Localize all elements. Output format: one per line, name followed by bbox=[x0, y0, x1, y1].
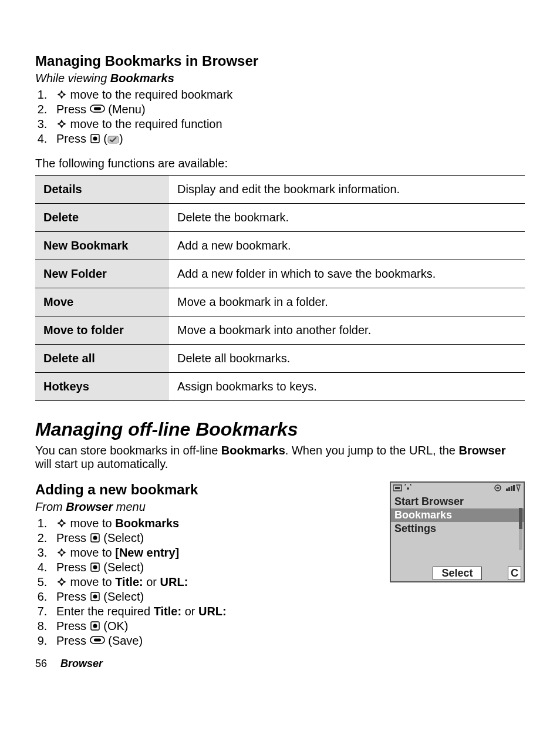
softkey-select: Select bbox=[433, 567, 481, 580]
svg-rect-13 bbox=[513, 485, 515, 491]
svg-rect-10 bbox=[506, 489, 508, 491]
text-bold: Bookmarks bbox=[110, 72, 174, 85]
function-desc: Delete all bookmarks. bbox=[169, 345, 525, 373]
step: Enter the required Title: or URL: bbox=[50, 604, 372, 619]
function-name: New Folder bbox=[35, 260, 169, 288]
nav-icon bbox=[56, 518, 67, 528]
center-key-icon bbox=[90, 591, 100, 602]
phone-menu-item: Bookmarks bbox=[391, 508, 524, 522]
step: Press (Select) bbox=[50, 560, 372, 575]
softkey-bar: Select C bbox=[391, 565, 524, 581]
text: Press bbox=[56, 561, 90, 574]
step: Press (Save) bbox=[50, 634, 372, 648]
text-bold: Title: bbox=[154, 605, 181, 618]
functions-table: DetailsDisplay and edit the bookmark inf… bbox=[35, 175, 525, 401]
text-bold: Browser bbox=[66, 500, 113, 513]
center-key-icon bbox=[90, 621, 100, 631]
step: move to Title: or URL: bbox=[50, 575, 372, 589]
footer-section: Browser bbox=[60, 658, 103, 669]
function-desc: Move a bookmark in a folder. bbox=[169, 288, 525, 316]
page-number: 56 bbox=[35, 658, 47, 669]
status-bar bbox=[391, 483, 524, 495]
function-name: Delete bbox=[35, 204, 169, 232]
subhead-from-browser-menu: From Browser menu bbox=[35, 500, 372, 514]
center-key-icon bbox=[90, 133, 100, 144]
table-row: Delete allDelete all bookmarks. bbox=[35, 345, 525, 373]
heading-managing-bookmarks-in-browser: Managing Bookmarks in Browser bbox=[35, 53, 525, 69]
check-icon bbox=[107, 136, 119, 144]
text: or bbox=[143, 575, 160, 588]
svg-rect-11 bbox=[508, 487, 510, 491]
text-bold: Bookmarks bbox=[221, 444, 285, 457]
text: move to the required function bbox=[67, 117, 222, 130]
function-desc: Add a new folder in which to save the bo… bbox=[169, 260, 525, 288]
text: While viewing bbox=[35, 72, 110, 85]
phone-menu-item: Settings bbox=[391, 522, 524, 535]
text: move to bbox=[67, 517, 115, 530]
offline-bookmarks-para: You can store bookmarks in off-line Book… bbox=[35, 444, 525, 471]
nav-icon bbox=[56, 119, 67, 129]
function-desc: Move a bookmark into another folder. bbox=[169, 316, 525, 345]
text-bold: URL: bbox=[198, 605, 227, 618]
nav-icon bbox=[56, 89, 67, 100]
steps-list-2: move to BookmarksPress (Select) move to … bbox=[35, 516, 372, 648]
function-desc: Add a new bookmark. bbox=[169, 232, 525, 260]
table-row: HotkeysAssign bookmarks to keys. bbox=[35, 373, 525, 401]
function-name: Move to folder bbox=[35, 316, 169, 345]
menu-key-icon bbox=[90, 103, 105, 114]
center-key-icon bbox=[90, 562, 100, 572]
text: (Save) bbox=[105, 634, 143, 647]
text: (Select) bbox=[100, 590, 144, 603]
text-bold: Title: bbox=[115, 575, 143, 588]
nav-icon bbox=[56, 547, 67, 558]
function-name: Delete all bbox=[35, 345, 169, 373]
text-bold: [New entry] bbox=[115, 546, 179, 559]
text: move to bbox=[67, 575, 115, 588]
svg-rect-7 bbox=[395, 487, 400, 489]
heading-managing-offline-bookmarks: Managing off-line Bookmarks bbox=[35, 419, 525, 440]
table-row: New FolderAdd a new folder in which to s… bbox=[35, 260, 525, 288]
status-left-icons bbox=[393, 484, 414, 494]
step: Press (Menu) bbox=[50, 102, 525, 117]
page-footer: 56 Browser bbox=[35, 658, 525, 670]
text: (Menu) bbox=[105, 103, 146, 116]
function-name: Move bbox=[35, 288, 169, 316]
text: From bbox=[35, 500, 66, 513]
function-desc: Display and edit the bookmark informatio… bbox=[169, 176, 525, 204]
text: Press bbox=[56, 132, 90, 145]
text: move to bbox=[67, 546, 115, 559]
center-key-icon bbox=[90, 533, 100, 543]
step: move to Bookmarks bbox=[50, 516, 372, 531]
text: Press bbox=[56, 619, 90, 632]
table-row: DetailsDisplay and edit the bookmark inf… bbox=[35, 176, 525, 204]
text: or bbox=[181, 605, 198, 618]
step: Press () bbox=[50, 132, 525, 146]
step: move to the required function bbox=[50, 117, 525, 132]
function-name: New Bookmark bbox=[35, 232, 169, 260]
svg-rect-12 bbox=[511, 486, 512, 491]
functions-intro: The following functions are available: bbox=[35, 157, 525, 170]
text: Press bbox=[56, 531, 90, 544]
subhead-while-viewing-bookmarks: While viewing Bookmarks bbox=[35, 72, 525, 85]
function-desc: Delete the bookmark. bbox=[169, 204, 525, 232]
heading-adding-new-bookmark: Adding a new bookmark bbox=[35, 481, 372, 498]
text: . When you jump to the URL, the bbox=[285, 444, 459, 457]
text: (Select) bbox=[100, 531, 144, 544]
table-row: MoveMove a bookmark in a folder. bbox=[35, 288, 525, 316]
status-right-icons bbox=[493, 484, 521, 494]
text: will start up automatically. bbox=[35, 457, 168, 470]
step: Press (OK) bbox=[50, 619, 372, 634]
phone-screenshot: Start BrowserBookmarksSettings Select C bbox=[390, 481, 525, 582]
softkey-c: C bbox=[508, 567, 521, 580]
table-row: Move to folderMove a bookmark into anoth… bbox=[35, 316, 525, 345]
table-row: New BookmarkAdd a new bookmark. bbox=[35, 232, 525, 260]
text-bold: Bookmarks bbox=[115, 517, 179, 530]
text: Press bbox=[56, 103, 90, 116]
text: menu bbox=[113, 500, 146, 513]
text: Press bbox=[56, 590, 90, 603]
function-name: Details bbox=[35, 176, 169, 204]
step: Press (Select) bbox=[50, 531, 372, 545]
phone-menu-item: Start Browser bbox=[391, 495, 524, 508]
phone-menu: Start BrowserBookmarksSettings bbox=[391, 495, 524, 565]
text: Enter the required bbox=[56, 605, 154, 618]
